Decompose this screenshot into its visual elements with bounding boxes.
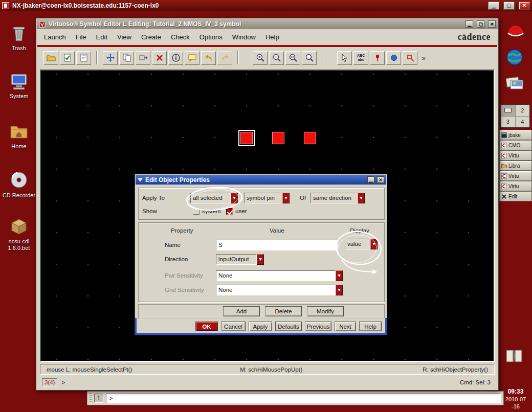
- redhat-icon[interactable]: [504, 20, 527, 40]
- next-button[interactable]: Next: [335, 322, 356, 331]
- taskbar-grip[interactable]: [90, 393, 92, 403]
- delete-icon[interactable]: [152, 51, 167, 65]
- system-checkbox[interactable]: [193, 208, 199, 215]
- name-display-dropdown[interactable]: value: [345, 239, 378, 249]
- cadence-c-icon: [501, 153, 507, 158]
- save-icon[interactable]: [76, 51, 91, 65]
- menu-create[interactable]: Create: [141, 33, 161, 41]
- check-save-icon[interactable]: [60, 51, 75, 65]
- symbol-pin[interactable]: [304, 132, 316, 144]
- ok-button[interactable]: OK: [195, 322, 218, 331]
- dropdown-arrow-icon[interactable]: [336, 285, 343, 295]
- menu-window[interactable]: Window: [232, 33, 256, 41]
- pin-shape-icon[interactable]: [403, 51, 417, 65]
- symbol-pin-selected[interactable]: [240, 132, 253, 144]
- window-button-virtuoso-3[interactable]: Virtu: [499, 181, 532, 191]
- redo-icon[interactable]: [217, 51, 232, 65]
- pin-icon[interactable]: [370, 51, 385, 65]
- direction-dropdown[interactable]: inputOutput: [216, 254, 264, 265]
- virtuoso-minimize-button[interactable]: ▁: [465, 20, 473, 28]
- pwr-sensitivity-dropdown[interactable]: None: [216, 270, 343, 281]
- window-button-cmos[interactable]: CMO: [499, 140, 532, 150]
- label-abc-icon[interactable]: ABCabc: [353, 51, 368, 65]
- globe-icon[interactable]: [504, 47, 525, 67]
- stretch-icon[interactable]: [136, 51, 150, 65]
- copy-icon[interactable]: [119, 51, 134, 65]
- dropdown-arrow-icon[interactable]: [336, 270, 343, 281]
- toolbar-overflow-chevron[interactable]: »: [419, 51, 428, 65]
- taskbar-cell-1[interactable]: 1: [94, 394, 103, 403]
- zoom-out-icon[interactable]: [269, 51, 284, 65]
- desktop-icon-ncsu-cdk[interactable]: ncsu-cdl 1.6.0.bet: [0, 216, 38, 251]
- help-button[interactable]: Help: [359, 322, 382, 331]
- dropdown-arrow-icon[interactable]: [231, 193, 238, 203]
- virtuoso-maximize-button[interactable]: ▢: [477, 20, 484, 28]
- dropdown-arrow-icon[interactable]: [282, 193, 290, 203]
- nx-minimize-button[interactable]: ▁: [488, 2, 499, 10]
- virtuoso-close-button[interactable]: ✕: [488, 20, 496, 28]
- delete-button[interactable]: Delete: [265, 306, 302, 316]
- menu-file[interactable]: File: [76, 33, 86, 41]
- menu-edit[interactable]: Edit: [96, 33, 107, 41]
- window-button-virtuoso-1[interactable]: Virtu: [499, 150, 532, 161]
- direction-filter-dropdown[interactable]: same direction: [311, 193, 365, 203]
- info-icon[interactable]: [168, 51, 183, 65]
- previous-button[interactable]: Previous: [305, 322, 331, 331]
- dialog-minimize-button[interactable]: ▁: [367, 176, 374, 183]
- object-type-dropdown[interactable]: symbol pin: [244, 193, 290, 203]
- apply-to-dropdown[interactable]: all selected: [190, 193, 238, 203]
- dialog-titlebar[interactable]: Edit Object Properties ▁ ✕: [136, 175, 386, 185]
- nx-maximize-button[interactable]: ▢: [503, 2, 515, 10]
- dialog-resize-edge[interactable]: [135, 318, 137, 333]
- menu-options[interactable]: Options: [199, 33, 223, 41]
- gnd-sensitivity-dropdown[interactable]: None: [216, 285, 343, 295]
- name-input[interactable]: S: [216, 240, 338, 250]
- desktop-icon-system[interactable]: System: [0, 71, 38, 100]
- dialog-resize-edge[interactable]: [385, 318, 387, 333]
- menu-check[interactable]: Check: [171, 33, 190, 41]
- open-folder-icon[interactable]: [43, 51, 58, 65]
- apply-button[interactable]: Apply: [249, 322, 272, 331]
- note-icon[interactable]: [185, 51, 199, 65]
- pager-workspace-2[interactable]: 2: [516, 105, 530, 116]
- book-icon[interactable]: [504, 348, 524, 364]
- window-button-jbake[interactable]: jbake: [499, 130, 532, 140]
- pwr-sensitivity-label: Pwr Sensitivity: [165, 270, 203, 281]
- taskbar-prompt-field[interactable]: >: [106, 394, 501, 403]
- window-button-edit-properties[interactable]: Edit: [499, 191, 532, 201]
- move-icon[interactable]: [103, 51, 118, 65]
- menu-launch[interactable]: Launch: [44, 33, 66, 41]
- window-button-virtuoso-2[interactable]: Virtu: [499, 171, 532, 181]
- desktop-icon-cd-recorder[interactable]: CD Recorder: [0, 170, 38, 199]
- zoom-select-icon[interactable]: [302, 51, 317, 65]
- symbol-pin[interactable]: [272, 132, 284, 144]
- pager-workspace-4[interactable]: 4: [516, 117, 530, 128]
- desktop-icon-trash[interactable]: Trash: [0, 22, 38, 52]
- window-button-library[interactable]: Libra: [499, 161, 532, 171]
- dropdown-arrow-icon[interactable]: [370, 239, 378, 249]
- zoom-fit-icon[interactable]: [285, 51, 300, 65]
- select-cursor-icon[interactable]: [337, 51, 352, 65]
- circle-icon[interactable]: [386, 51, 401, 65]
- nx-titlebar[interactable]: NX-jbaker@coen-lx0.boisestate.edu:1157-c…: [0, 0, 532, 11]
- pager-workspace-3[interactable]: 3: [501, 117, 515, 128]
- pager-workspace-1[interactable]: [501, 105, 515, 116]
- user-checkbox[interactable]: [226, 208, 233, 215]
- virtuoso-titlebar[interactable]: Virtuoso® Symbol Editor L Editing: Tutor…: [37, 19, 498, 29]
- dialog-close-button[interactable]: ✕: [377, 176, 384, 183]
- photos-icon[interactable]: [504, 75, 526, 93]
- dropdown-arrow-icon[interactable]: [358, 193, 365, 203]
- menu-view[interactable]: View: [117, 33, 131, 41]
- menu-help[interactable]: Help: [265, 33, 279, 41]
- cancel-button[interactable]: Cancel: [221, 322, 246, 331]
- defaults-button[interactable]: Defaults: [275, 322, 302, 331]
- undo-icon[interactable]: [201, 51, 216, 65]
- add-button[interactable]: Add: [223, 306, 260, 316]
- nx-close-button[interactable]: ✕: [519, 2, 530, 10]
- zoom-in-icon[interactable]: [253, 51, 268, 65]
- edit-object-properties-dialog: Edit Object Properties ▁ ✕ Apply To all …: [135, 174, 387, 335]
- desktop-icon-home[interactable]: Home: [0, 121, 38, 150]
- modify-button[interactable]: Modify: [307, 306, 344, 316]
- dropdown-arrow-icon[interactable]: [257, 254, 264, 265]
- command-prompt[interactable]: >: [61, 379, 65, 385]
